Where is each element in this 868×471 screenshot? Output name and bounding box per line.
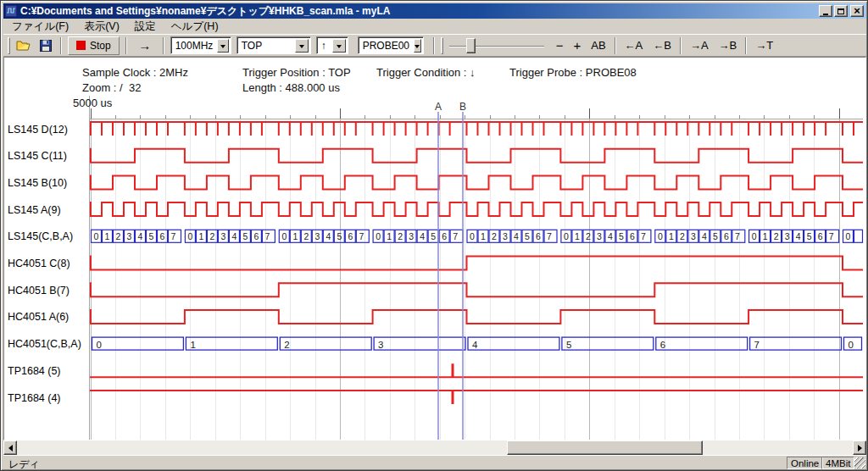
bus-value: 3 xyxy=(785,231,790,241)
run-button[interactable]: → xyxy=(131,36,159,55)
scroll-left-button[interactable] xyxy=(3,441,17,455)
waveform-trace xyxy=(90,283,863,296)
combo-drop-button[interactable] xyxy=(332,39,346,53)
trigger-edge-combo[interactable]: ↑ xyxy=(316,36,348,54)
combo-drop-button[interactable] xyxy=(295,39,309,53)
set-marker-a-button[interactable]: →A xyxy=(685,36,714,55)
bus-value: 6 xyxy=(253,231,259,241)
bus-value: 0 xyxy=(846,231,851,241)
menu-item-file[interactable]: ファイル(F) xyxy=(4,19,76,35)
bus-value: 0 xyxy=(376,231,381,241)
bus-value: 5 xyxy=(807,231,812,241)
bus-value: 2 xyxy=(586,231,591,241)
zoom-in-button[interactable]: + xyxy=(568,36,586,55)
bus-cell xyxy=(374,337,465,350)
bus-value: 5 xyxy=(431,231,436,241)
save-button[interactable] xyxy=(35,36,57,55)
marker-b-label: B xyxy=(459,101,466,113)
bus-value: 0 xyxy=(97,340,102,350)
bus-cell xyxy=(280,337,371,350)
zoom-slider[interactable] xyxy=(449,36,544,55)
toolbar-separator xyxy=(615,37,616,54)
minimize-button[interactable] xyxy=(819,5,832,17)
title-bar[interactable]: C:¥Documents and Settings¥noname¥デスクトップ¥… xyxy=(3,3,866,19)
bus-value: 1 xyxy=(763,231,768,241)
bus-value: 6 xyxy=(630,231,635,241)
bus-value: 0 xyxy=(658,231,663,241)
bus-value: 4 xyxy=(138,231,143,241)
scroll-thumb[interactable] xyxy=(507,441,703,455)
waveform-canvas[interactable]: 5000 usLS145 D(12)LS145 C(11)LS145 B(10)… xyxy=(4,94,864,441)
signal-row: LS145 B(10) xyxy=(8,175,863,189)
bus-value: 7 xyxy=(547,231,552,241)
open-button[interactable] xyxy=(13,36,35,55)
waveform-trace xyxy=(90,257,863,270)
bus-value: 1 xyxy=(190,340,195,350)
bus-value: 1 xyxy=(292,231,298,241)
waveform-trace xyxy=(90,122,863,136)
bus-value: 4 xyxy=(608,231,613,241)
bus-value: 0 xyxy=(281,231,287,241)
resize-grip[interactable] xyxy=(854,457,865,468)
sample-rate-combo[interactable]: 100MHz xyxy=(170,36,231,54)
bus-value: 7 xyxy=(453,231,458,241)
waveform-trace xyxy=(90,202,863,216)
slider-thumb[interactable] xyxy=(466,38,476,53)
combo-drop-button[interactable] xyxy=(414,39,421,53)
goto-trigger-button[interactable]: →T xyxy=(750,36,778,55)
marker-a-label: A xyxy=(435,101,442,113)
horizontal-scrollbar[interactable] xyxy=(3,441,866,455)
bus-value: 2 xyxy=(774,231,779,241)
toolbar-separator xyxy=(60,37,62,54)
bus-value: 7 xyxy=(264,231,270,241)
signal-row: LS145 A(9) xyxy=(8,202,863,216)
signal-label: HC4051 B(7) xyxy=(8,285,70,296)
bus-value: 2 xyxy=(284,340,289,350)
close-button[interactable]: × xyxy=(850,5,864,17)
stop-icon xyxy=(76,41,86,50)
ab-span-button[interactable]: AB xyxy=(586,36,610,55)
toolbar-grip[interactable] xyxy=(8,37,10,54)
waveform-trace xyxy=(90,310,863,324)
signal-row: LS145 D(12) xyxy=(8,122,863,136)
bus-value: 3 xyxy=(378,340,383,350)
trigger-position-combo[interactable]: TOP xyxy=(236,36,311,54)
goto-marker-a-button[interactable]: ←A xyxy=(620,36,648,55)
stop-button[interactable]: Stop xyxy=(68,36,120,55)
bus-value: 5 xyxy=(149,231,154,241)
bus-value: 4 xyxy=(231,231,236,241)
bus-value: 0 xyxy=(752,231,757,241)
maximize-icon xyxy=(837,8,844,14)
toolbar-separator xyxy=(433,37,435,54)
signal-row: TP1684 (4) xyxy=(8,391,863,404)
bus-value: 4 xyxy=(796,231,801,241)
bus-value: 1 xyxy=(198,231,203,241)
bus-value: 6 xyxy=(348,231,353,241)
bus-value: 4 xyxy=(420,231,425,241)
bus-value: 3 xyxy=(314,231,320,241)
bus-cell xyxy=(468,337,559,350)
slider-track[interactable] xyxy=(449,46,544,47)
menu-item-view[interactable]: 表示(V) xyxy=(76,19,127,35)
sample-rate-value: 100MHz xyxy=(171,37,218,53)
bus-value: 7 xyxy=(359,231,364,241)
chevron-down-icon xyxy=(415,45,420,51)
set-marker-b-button[interactable]: →B xyxy=(714,36,743,55)
menu-item-settings[interactable]: 設定 xyxy=(127,19,164,35)
signal-row: HC4051 A(6) xyxy=(8,310,863,324)
status-online: Online xyxy=(787,457,823,469)
trigger-probe-combo[interactable]: PROBE00 xyxy=(358,36,424,54)
app-window: C:¥Documents and Settings¥noname¥デスクトップ¥… xyxy=(0,0,868,471)
combo-drop-button[interactable] xyxy=(217,39,228,53)
bus-value: 1 xyxy=(105,231,110,241)
bus-value: 5 xyxy=(525,231,530,241)
scroll-right-button[interactable] xyxy=(853,441,866,455)
signal-label: LS145 B(10) xyxy=(8,177,67,189)
bus-cell xyxy=(656,337,748,350)
maximize-button[interactable] xyxy=(834,5,848,17)
bus-value: 5 xyxy=(242,231,248,241)
goto-marker-b-button[interactable]: ←B xyxy=(648,36,676,55)
toolbar-separator xyxy=(163,37,164,54)
zoom-out-button[interactable]: − xyxy=(551,36,569,55)
menu-item-help[interactable]: ヘルプ(H) xyxy=(164,19,226,35)
